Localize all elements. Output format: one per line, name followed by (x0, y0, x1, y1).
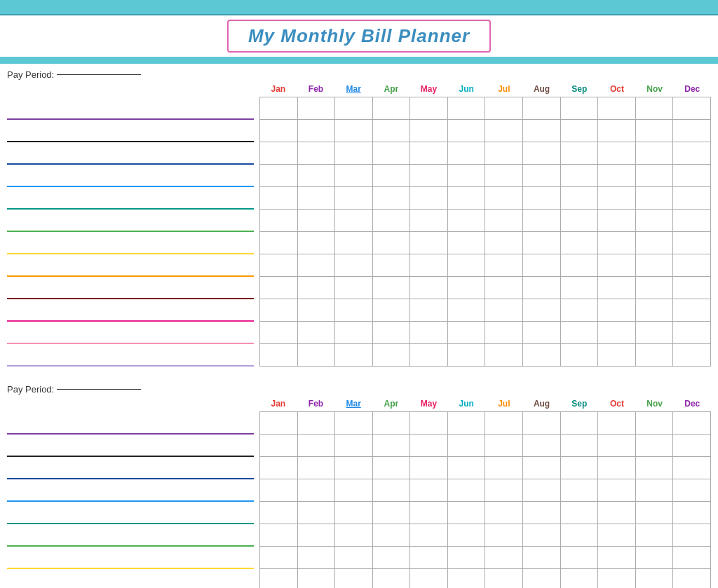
table-cell[interactable] (297, 502, 335, 524)
table-cell[interactable] (523, 232, 561, 254)
table-row[interactable] (260, 165, 711, 187)
table-cell[interactable] (260, 210, 298, 232)
table-cell[interactable] (297, 187, 335, 210)
table-cell[interactable] (485, 97, 523, 120)
table-cell[interactable] (673, 322, 711, 344)
table-cell[interactable] (560, 187, 598, 210)
table-cell[interactable] (447, 524, 485, 547)
table-cell[interactable] (372, 569, 410, 589)
table-cell[interactable] (485, 299, 523, 322)
table-cell[interactable] (335, 435, 373, 457)
table-cell[interactable] (673, 120, 711, 142)
table-cell[interactable] (335, 97, 373, 120)
table-cell[interactable] (335, 165, 373, 187)
table-cell[interactable] (560, 165, 598, 187)
table-cell[interactable] (410, 547, 448, 569)
table-cell[interactable] (635, 412, 673, 435)
table-cell[interactable] (485, 277, 523, 299)
table-cell[interactable] (673, 547, 711, 569)
table-cell[interactable] (447, 569, 485, 589)
table-cell[interactable] (260, 322, 298, 344)
table-cell[interactable] (297, 344, 335, 367)
table-cell[interactable] (260, 479, 298, 502)
table-row[interactable] (260, 232, 711, 254)
table-cell[interactable] (523, 299, 561, 322)
table-cell[interactable] (635, 479, 673, 502)
bill-line-12[interactable] (7, 348, 254, 370)
table-cell[interactable] (297, 210, 335, 232)
bill-line-s2-7[interactable] (7, 550, 254, 573)
table-cell[interactable] (410, 142, 448, 165)
table-cell[interactable] (673, 502, 711, 524)
table-cell[interactable] (560, 479, 598, 502)
table-cell[interactable] (635, 502, 673, 524)
table-cell[interactable] (372, 142, 410, 165)
bill-line-s2-1[interactable] (7, 416, 254, 438)
table-cell[interactable] (598, 479, 636, 502)
table-cell[interactable] (635, 142, 673, 165)
table-cell[interactable] (485, 457, 523, 479)
table-cell[interactable] (635, 547, 673, 569)
table-cell[interactable] (372, 187, 410, 210)
table-cell[interactable] (635, 120, 673, 142)
table-cell[interactable] (635, 524, 673, 547)
table-cell[interactable] (447, 435, 485, 457)
table-cell[interactable] (372, 524, 410, 547)
table-row[interactable] (260, 142, 711, 165)
table-cell[interactable] (335, 547, 373, 569)
table-cell[interactable] (635, 457, 673, 479)
table-cell[interactable] (523, 502, 561, 524)
table-cell[interactable] (372, 479, 410, 502)
table-row[interactable] (260, 322, 711, 344)
table-cell[interactable] (598, 412, 636, 435)
table-cell[interactable] (335, 254, 373, 277)
table-cell[interactable] (447, 322, 485, 344)
table-cell[interactable] (372, 412, 410, 435)
table-cell[interactable] (485, 412, 523, 435)
table-cell[interactable] (635, 277, 673, 299)
table-cell[interactable] (297, 232, 335, 254)
table-row[interactable] (260, 299, 711, 322)
table-cell[interactable] (635, 210, 673, 232)
table-cell[interactable] (410, 457, 448, 479)
table-cell[interactable] (297, 524, 335, 547)
table-cell[interactable] (598, 457, 636, 479)
table-cell[interactable] (410, 412, 448, 435)
table-cell[interactable] (673, 435, 711, 457)
table-row[interactable] (260, 187, 711, 210)
table-cell[interactable] (335, 120, 373, 142)
table-cell[interactable] (560, 344, 598, 367)
table-cell[interactable] (372, 277, 410, 299)
table-cell[interactable] (372, 97, 410, 120)
table-cell[interactable] (410, 97, 448, 120)
table-cell[interactable] (485, 524, 523, 547)
table-cell[interactable] (410, 210, 448, 232)
table-cell[interactable] (335, 457, 373, 479)
table-cell[interactable] (335, 412, 373, 435)
table-cell[interactable] (447, 142, 485, 165)
table-cell[interactable] (635, 569, 673, 589)
table-cell[interactable] (598, 344, 636, 367)
bill-line-s2-5[interactable] (7, 505, 254, 528)
table-cell[interactable] (523, 435, 561, 457)
table-cell[interactable] (447, 232, 485, 254)
table-cell[interactable] (523, 479, 561, 502)
table-cell[interactable] (410, 502, 448, 524)
table-cell[interactable] (260, 299, 298, 322)
bill-line-s2-8[interactable] (7, 573, 254, 588)
table-cell[interactable] (673, 142, 711, 165)
table-cell[interactable] (410, 322, 448, 344)
table-cell[interactable] (447, 254, 485, 277)
table-cell[interactable] (485, 142, 523, 165)
table-row[interactable] (260, 210, 711, 232)
table-cell[interactable] (598, 277, 636, 299)
table-cell[interactable] (598, 502, 636, 524)
bill-line-s2-3[interactable] (7, 460, 254, 483)
table-cell[interactable] (297, 142, 335, 165)
table-cell[interactable] (523, 187, 561, 210)
table-cell[interactable] (260, 457, 298, 479)
bill-line-7[interactable] (7, 235, 254, 258)
table-cell[interactable] (560, 277, 598, 299)
table-cell[interactable] (410, 277, 448, 299)
table-cell[interactable] (523, 524, 561, 547)
